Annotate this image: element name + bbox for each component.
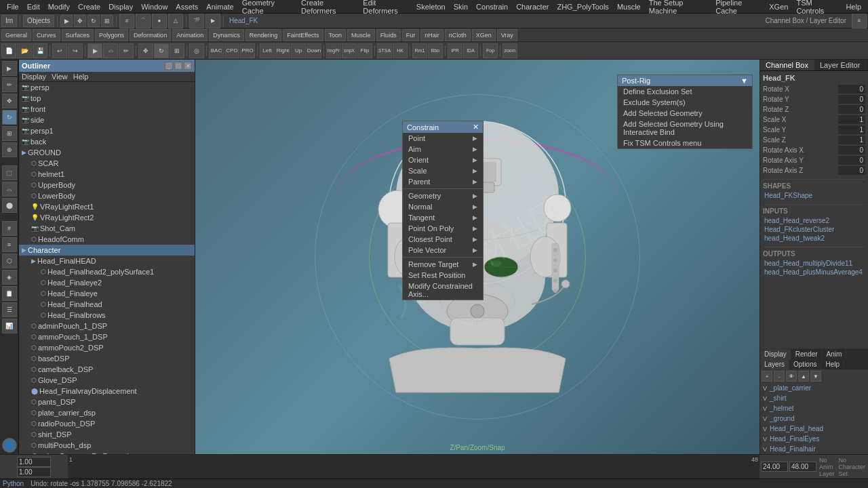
outliner-item-LowerBody[interactable]: ⬡LowerBody bbox=[19, 190, 195, 201]
br-tab-render[interactable]: Render bbox=[791, 349, 823, 359]
layer-item-2[interactable]: V_helmet bbox=[760, 403, 868, 413]
ch-value-2[interactable]: 0 bbox=[838, 105, 865, 114]
layer-item-5[interactable]: VHead_FinalEyes bbox=[760, 434, 868, 444]
undo-icon[interactable]: ↩ bbox=[52, 43, 67, 58]
timeline-track[interactable]: 1 48 bbox=[68, 455, 760, 479]
outliner-item-SCAR[interactable]: ⬡SCAR bbox=[19, 158, 195, 169]
ch-value-7[interactable]: 0 bbox=[838, 156, 865, 165]
outliner-item-persp[interactable]: 📷persp bbox=[19, 82, 195, 93]
postrig-expand[interactable]: ▼ bbox=[741, 77, 748, 85]
tab-animation[interactable]: Animation bbox=[172, 29, 208, 41]
ch-value-0[interactable]: 0 bbox=[838, 85, 865, 94]
menu-assets[interactable]: Assets bbox=[172, 3, 202, 11]
constraint-closestpoint[interactable]: Closest Point ▶ bbox=[403, 234, 483, 245]
rm1-icon[interactable]: Rm1 bbox=[412, 43, 427, 58]
shape-item-0[interactable]: Head_FKShape bbox=[763, 191, 865, 200]
output-item-0[interactable]: head_Head_multiplyDivide11 bbox=[763, 259, 865, 268]
move-icon[interactable]: ✥ bbox=[138, 43, 153, 58]
rotate-tool[interactable]: ↻ bbox=[87, 15, 100, 27]
panel-btn[interactable]: ≡ bbox=[852, 14, 867, 28]
layer-item-4[interactable]: VHead_Final_head bbox=[760, 424, 868, 434]
outliner-item-Head_Finalhead2_polySurface1[interactable]: ⬡Head_Finalhead2_polySurface1 bbox=[19, 266, 195, 277]
paint-sel[interactable]: ⬤ bbox=[2, 198, 17, 213]
tab-dynamics[interactable]: Dynamics bbox=[209, 29, 244, 41]
snap-point[interactable]: ● bbox=[152, 14, 167, 28]
tab-vray[interactable]: Vray bbox=[497, 29, 517, 41]
br-subtab-help[interactable]: Help bbox=[821, 359, 844, 369]
bbo-icon[interactable]: Bbo bbox=[428, 43, 443, 58]
menu-modify[interactable]: Modify bbox=[44, 3, 74, 11]
menu-help[interactable]: Help bbox=[842, 3, 865, 11]
constraint-scale[interactable]: Scale ▶ bbox=[403, 165, 483, 176]
save-icon[interactable]: 💾 bbox=[33, 43, 47, 58]
snap-grid[interactable]: # bbox=[119, 14, 134, 28]
outliner-item-Head_Finalbrows[interactable]: ⬡Head_Finalbrows bbox=[19, 310, 195, 321]
outliner-item-VRayLightRect2[interactable]: 💡VRayLightRect2 bbox=[19, 212, 195, 223]
outliner-item-ammoPouch_1DSP[interactable]: ⬡ammoPouch_1_DSP bbox=[19, 331, 195, 342]
outliner-minimize[interactable]: _ bbox=[165, 62, 173, 70]
layer-item-1[interactable]: V_shirt bbox=[760, 393, 868, 403]
move-tool-left[interactable]: ✥ bbox=[2, 94, 17, 108]
tab-nhair[interactable]: nHair bbox=[420, 29, 443, 41]
constraint-setrest[interactable]: Set Rest Position bbox=[403, 270, 483, 281]
ipr-render[interactable]: ▶ bbox=[205, 14, 220, 28]
tab-fluids[interactable]: Fluids bbox=[376, 29, 401, 41]
outliner-item-GloveDSP[interactable]: ⬡Glove_DSP bbox=[19, 375, 195, 386]
im-button[interactable]: Im bbox=[1, 15, 17, 27]
outliner-item-Head_Finaleye[interactable]: ⬡Head_Finaleye bbox=[19, 288, 195, 299]
outliner-item-Character[interactable]: ▶Character bbox=[19, 245, 195, 256]
attr-ed[interactable]: 📋 bbox=[2, 286, 17, 301]
layer-del[interactable]: - bbox=[774, 371, 785, 382]
menu-constrain[interactable]: Constrain bbox=[472, 3, 512, 11]
br-tab-anim[interactable]: Anim bbox=[823, 349, 847, 359]
outliner-item-back[interactable]: 📷back bbox=[19, 136, 195, 147]
constraint-parent[interactable]: Parent ▶ bbox=[403, 176, 483, 187]
tab-deformation[interactable]: Deformation bbox=[130, 29, 171, 41]
snap-surface[interactable]: △ bbox=[168, 14, 183, 28]
outliner-item-multiPouch_dsp[interactable]: ⬡multiPouch_dsp bbox=[19, 440, 195, 451]
hyp-shade[interactable]: ◈ bbox=[2, 270, 17, 285]
ipr-icon[interactable]: IPR bbox=[448, 43, 462, 58]
ch-value-4[interactable]: 1 bbox=[838, 125, 865, 134]
outliner-item-top[interactable]: 📷top bbox=[19, 93, 195, 104]
menu-animate[interactable]: Animate bbox=[202, 3, 237, 11]
outliner-item-helmet1[interactable]: ⬡helmet1 bbox=[19, 169, 195, 180]
constraint-pointonpoly[interactable]: Point On Poly ▶ bbox=[403, 223, 483, 234]
constraint-orient[interactable]: Orient ▶ bbox=[403, 155, 483, 165]
constraint-geometry[interactable]: Geometry ▶ bbox=[403, 190, 483, 201]
input-item-0[interactable]: head_Head_reverse2 bbox=[763, 216, 865, 225]
ch-value-6[interactable]: 0 bbox=[838, 146, 865, 155]
scale-tool[interactable]: ⊞ bbox=[101, 15, 113, 27]
outliner-item-adminPouch_1DSP[interactable]: ⬡adminPouch_1_DSP bbox=[19, 321, 195, 331]
postrig-item-0[interactable]: Define Exclusion Set bbox=[618, 86, 752, 97]
node-ed[interactable]: ⬡ bbox=[2, 253, 17, 268]
rotate-tool-left[interactable]: ↻ bbox=[2, 110, 17, 125]
range-start-input[interactable] bbox=[17, 457, 51, 467]
output-item-1[interactable]: head_Head_plusMinusAverage4 bbox=[763, 268, 865, 277]
menu-zhg[interactable]: ZHG_PolyTools bbox=[553, 3, 612, 11]
constraint-tangent[interactable]: Tangent ▶ bbox=[403, 212, 483, 223]
outliner-item-velcroGeo_vrayFurProperties[interactable]: ⬤velcroGeo_vrayFurProperties bbox=[19, 451, 195, 454]
ch-value-1[interactable]: 0 bbox=[838, 95, 865, 104]
menu-pipeline[interactable]: Pipeline Cache bbox=[711, 0, 765, 15]
outliner-menu-help[interactable]: Help bbox=[73, 73, 89, 81]
current-frame-input[interactable] bbox=[17, 467, 51, 477]
outliner-menu-display[interactable]: Display bbox=[22, 73, 46, 81]
snap-left[interactable]: # bbox=[2, 221, 17, 236]
menu-character[interactable]: Character bbox=[512, 3, 553, 11]
postrig-item-4[interactable]: Fix TSM Controls menu bbox=[618, 138, 752, 148]
tab-toon[interactable]: Toon bbox=[325, 29, 347, 41]
outliner-item-ammoPouch2DSP[interactable]: ⬡ammoPouch2_DSP bbox=[19, 342, 195, 353]
layer-item-3[interactable]: V_ground bbox=[760, 413, 868, 424]
fop-icon[interactable]: Fop bbox=[483, 43, 498, 58]
outliner-menu-view[interactable]: View bbox=[52, 73, 68, 81]
snap-cpo[interactable]: CPO bbox=[224, 43, 239, 58]
rotate-icon[interactable]: ↻ bbox=[154, 43, 169, 58]
paint-tool-left[interactable]: ✏ bbox=[2, 77, 17, 92]
up-icon[interactable]: Up bbox=[291, 43, 306, 58]
outliner-item-UpperBody[interactable]: ⬡UpperBody bbox=[19, 180, 195, 190]
outliner-item-camelbackDSP[interactable]: ⬡camelback_DSP bbox=[19, 364, 195, 375]
menu-edit[interactable]: Edit bbox=[23, 3, 44, 11]
tab-xgen[interactable]: XGen bbox=[472, 29, 496, 41]
lasso-icon[interactable]: ⌓ bbox=[103, 43, 118, 58]
